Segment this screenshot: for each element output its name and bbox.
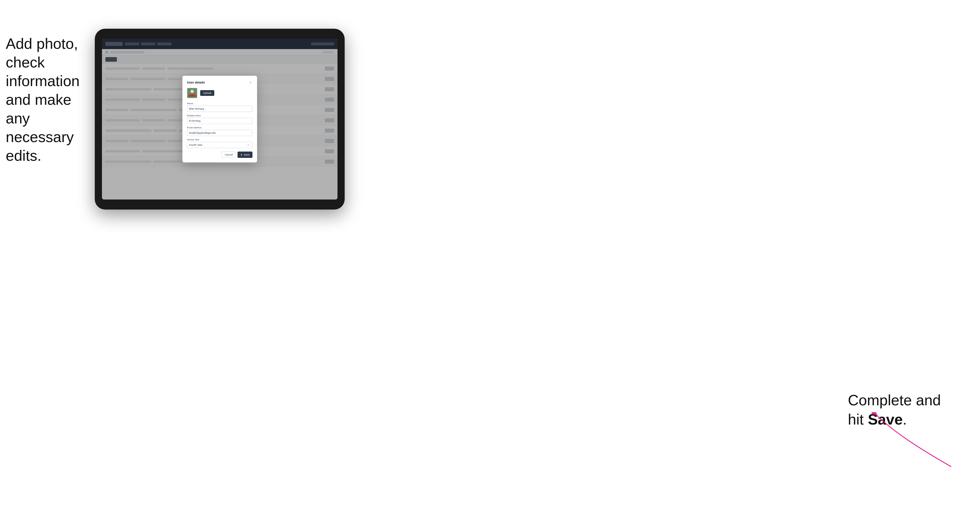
- svg-rect-4: [188, 94, 189, 97]
- school-year-label: School Year: [187, 138, 253, 141]
- cancel-button[interactable]: Cancel: [221, 152, 236, 158]
- display-name-input[interactable]: [187, 118, 253, 124]
- save-button-label: Save: [243, 153, 250, 156]
- school-year-form-group: School Year Fourth Year First Year Secon…: [187, 138, 253, 148]
- school-year-wrapper: Fourth Year First Year Second Year Third…: [187, 142, 253, 148]
- email-input[interactable]: [187, 130, 253, 136]
- photo-section: Upload: [187, 88, 253, 98]
- school-year-select[interactable]: Fourth Year First Year Second Year Third…: [187, 142, 253, 148]
- annotation-right-text: Complete and hit Save.: [848, 390, 957, 429]
- annotation-right-bold: Save: [868, 411, 902, 428]
- save-button[interactable]: ⬆ Save: [237, 152, 253, 158]
- svg-rect-5: [195, 93, 196, 97]
- save-icon: ⬆: [240, 154, 242, 156]
- upload-photo-button[interactable]: Upload: [200, 90, 214, 96]
- chevron-down-icon: ⌄: [250, 144, 251, 146]
- annotation-left-text: Add photo, check information and make an…: [6, 35, 98, 165]
- svg-point-3: [191, 90, 194, 93]
- close-button[interactable]: ×: [248, 80, 253, 84]
- modal-header: User details ×: [187, 80, 253, 84]
- display-name-label: Display name: [187, 114, 253, 117]
- screen-content: User details ×: [102, 39, 337, 200]
- display-name-form-group: Display name: [187, 114, 253, 124]
- user-photo-thumbnail: [187, 88, 197, 98]
- select-clear-icon[interactable]: ×: [248, 144, 249, 146]
- tablet-device: User details ×: [95, 29, 345, 210]
- modal-dialog: User details ×: [182, 76, 257, 162]
- name-label: Name: [187, 102, 253, 105]
- tablet-screen: User details ×: [102, 39, 337, 200]
- name-input[interactable]: [187, 106, 253, 112]
- annotation-right-end: .: [903, 411, 907, 428]
- modal-overlay: User details ×: [102, 39, 337, 200]
- name-form-group: Name: [187, 102, 253, 112]
- email-label: Email address: [187, 126, 253, 129]
- modal-title: User details: [187, 81, 205, 84]
- modal-actions: Cancel ⬆ Save: [187, 152, 253, 158]
- email-form-group: Email address: [187, 126, 253, 136]
- select-icons: × ⌄: [248, 144, 251, 146]
